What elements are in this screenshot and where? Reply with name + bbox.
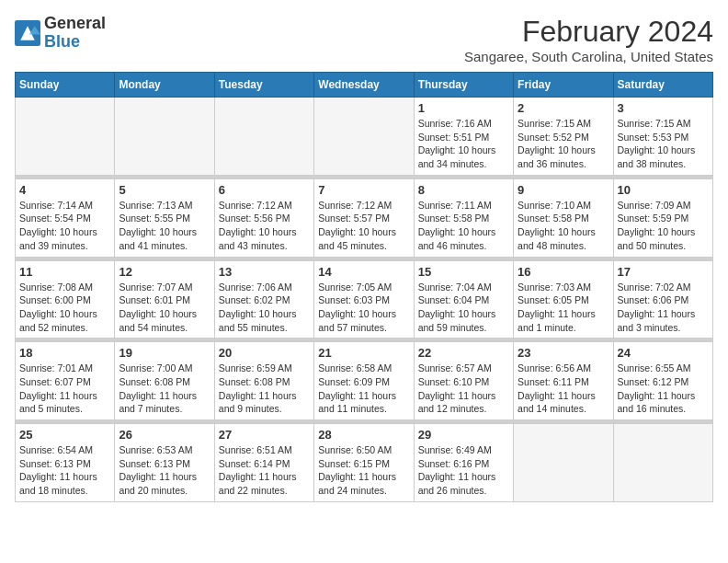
- day-info: Sunrise: 7:09 AM Sunset: 5:59 PM Dayligh…: [618, 199, 709, 253]
- calendar-cell: 16Sunrise: 7:03 AM Sunset: 6:05 PM Dayli…: [514, 260, 613, 339]
- day-info: Sunrise: 7:11 AM Sunset: 5:58 PM Dayligh…: [418, 199, 509, 253]
- calendar-cell: 20Sunrise: 6:59 AM Sunset: 6:08 PM Dayli…: [214, 342, 313, 420]
- calendar-cell: 6Sunrise: 7:12 AM Sunset: 5:56 PM Daylig…: [214, 178, 313, 257]
- calendar-cell: 1Sunrise: 7:16 AM Sunset: 5:51 PM Daylig…: [414, 98, 513, 176]
- calendar-cell: 5Sunrise: 7:13 AM Sunset: 5:55 PM Daylig…: [115, 178, 214, 257]
- month-title: February 2024: [464, 15, 713, 49]
- calendar-week-row: 1Sunrise: 7:16 AM Sunset: 5:51 PM Daylig…: [16, 98, 713, 176]
- calendar-cell: [613, 424, 712, 502]
- day-info: Sunrise: 7:13 AM Sunset: 5:55 PM Dayligh…: [119, 199, 210, 253]
- day-number: 24: [618, 346, 709, 360]
- day-number: 23: [518, 346, 609, 360]
- weekday-header-sunday: Sunday: [16, 73, 115, 98]
- day-number: 7: [318, 183, 409, 197]
- day-info: Sunrise: 7:15 AM Sunset: 5:52 PM Dayligh…: [518, 117, 609, 171]
- day-info: Sunrise: 6:56 AM Sunset: 6:11 PM Dayligh…: [518, 362, 609, 416]
- day-info: Sunrise: 7:14 AM Sunset: 5:54 PM Dayligh…: [19, 199, 110, 253]
- calendar-week-row: 18Sunrise: 7:01 AM Sunset: 6:07 PM Dayli…: [16, 342, 713, 420]
- calendar-cell: [214, 98, 313, 176]
- day-number: 19: [119, 346, 210, 360]
- calendar-cell: 7Sunrise: 7:12 AM Sunset: 5:57 PM Daylig…: [314, 178, 414, 257]
- day-info: Sunrise: 7:15 AM Sunset: 5:53 PM Dayligh…: [618, 117, 709, 171]
- day-number: 18: [19, 346, 110, 360]
- day-info: Sunrise: 6:53 AM Sunset: 6:13 PM Dayligh…: [119, 443, 210, 498]
- calendar-cell: 22Sunrise: 6:57 AM Sunset: 6:10 PM Dayli…: [414, 342, 513, 420]
- calendar-week-row: 11Sunrise: 7:08 AM Sunset: 6:00 PM Dayli…: [16, 260, 713, 339]
- day-info: Sunrise: 6:58 AM Sunset: 6:09 PM Dayligh…: [318, 362, 409, 416]
- day-number: 11: [19, 265, 110, 279]
- day-info: Sunrise: 7:02 AM Sunset: 6:06 PM Dayligh…: [618, 281, 709, 335]
- day-number: 5: [119, 183, 210, 197]
- calendar-cell: 11Sunrise: 7:08 AM Sunset: 6:00 PM Dayli…: [16, 260, 115, 339]
- calendar-cell: 3Sunrise: 7:15 AM Sunset: 5:53 PM Daylig…: [613, 98, 712, 176]
- day-number: 6: [219, 183, 310, 197]
- day-number: 10: [618, 183, 709, 197]
- day-number: 2: [518, 101, 609, 115]
- day-info: Sunrise: 7:07 AM Sunset: 6:01 PM Dayligh…: [119, 281, 210, 335]
- day-number: 3: [618, 101, 709, 115]
- calendar-cell: 13Sunrise: 7:06 AM Sunset: 6:02 PM Dayli…: [214, 260, 313, 339]
- calendar-cell: [514, 424, 613, 502]
- calendar-cell: 28Sunrise: 6:50 AM Sunset: 6:15 PM Dayli…: [314, 424, 414, 502]
- calendar: SundayMondayTuesdayWednesdayThursdayFrid…: [15, 72, 713, 502]
- day-info: Sunrise: 7:05 AM Sunset: 6:03 PM Dayligh…: [318, 281, 409, 335]
- day-number: 9: [518, 183, 609, 197]
- calendar-cell: [115, 98, 214, 176]
- day-number: 17: [618, 265, 709, 279]
- calendar-cell: 9Sunrise: 7:10 AM Sunset: 5:58 PM Daylig…: [514, 178, 613, 257]
- calendar-cell: 19Sunrise: 7:00 AM Sunset: 6:08 PM Dayli…: [115, 342, 214, 420]
- calendar-cell: 21Sunrise: 6:58 AM Sunset: 6:09 PM Dayli…: [314, 342, 414, 420]
- day-info: Sunrise: 7:16 AM Sunset: 5:51 PM Dayligh…: [418, 117, 509, 171]
- day-info: Sunrise: 7:04 AM Sunset: 6:04 PM Dayligh…: [418, 281, 509, 335]
- calendar-cell: 29Sunrise: 6:49 AM Sunset: 6:16 PM Dayli…: [414, 424, 513, 502]
- calendar-cell: [16, 98, 115, 176]
- logo-general: General: [44, 14, 106, 32]
- calendar-week-row: 25Sunrise: 6:54 AM Sunset: 6:13 PM Dayli…: [16, 424, 713, 502]
- weekday-header-saturday: Saturday: [613, 73, 712, 98]
- calendar-cell: 10Sunrise: 7:09 AM Sunset: 5:59 PM Dayli…: [613, 178, 712, 257]
- day-info: Sunrise: 7:00 AM Sunset: 6:08 PM Dayligh…: [119, 362, 210, 416]
- weekday-header-friday: Friday: [514, 73, 613, 98]
- calendar-cell: 23Sunrise: 6:56 AM Sunset: 6:11 PM Dayli…: [514, 342, 613, 420]
- day-info: Sunrise: 7:01 AM Sunset: 6:07 PM Dayligh…: [19, 362, 110, 416]
- calendar-cell: 2Sunrise: 7:15 AM Sunset: 5:52 PM Daylig…: [514, 98, 613, 176]
- day-info: Sunrise: 7:12 AM Sunset: 5:57 PM Dayligh…: [318, 199, 409, 253]
- calendar-cell: 25Sunrise: 6:54 AM Sunset: 6:13 PM Dayli…: [16, 424, 115, 502]
- calendar-cell: [314, 98, 414, 176]
- location-title: Sangaree, South Carolina, United States: [464, 49, 713, 64]
- calendar-week-row: 4Sunrise: 7:14 AM Sunset: 5:54 PM Daylig…: [16, 178, 713, 257]
- day-info: Sunrise: 6:59 AM Sunset: 6:08 PM Dayligh…: [219, 362, 310, 416]
- day-number: 27: [219, 428, 310, 442]
- logo-icon: [15, 20, 40, 46]
- calendar-cell: 18Sunrise: 7:01 AM Sunset: 6:07 PM Dayli…: [16, 342, 115, 420]
- day-number: 15: [418, 265, 509, 279]
- day-info: Sunrise: 7:03 AM Sunset: 6:05 PM Dayligh…: [518, 281, 609, 335]
- logo-text: General Blue: [44, 15, 106, 52]
- weekday-header-wednesday: Wednesday: [314, 73, 414, 98]
- calendar-cell: 24Sunrise: 6:55 AM Sunset: 6:12 PM Dayli…: [613, 342, 712, 420]
- day-number: 8: [418, 183, 509, 197]
- day-info: Sunrise: 7:08 AM Sunset: 6:00 PM Dayligh…: [19, 281, 110, 335]
- day-number: 13: [219, 265, 310, 279]
- day-number: 1: [418, 101, 509, 115]
- calendar-cell: 14Sunrise: 7:05 AM Sunset: 6:03 PM Dayli…: [314, 260, 414, 339]
- logo: General Blue: [15, 15, 106, 52]
- day-number: 20: [219, 346, 310, 360]
- day-number: 29: [418, 428, 509, 442]
- day-number: 22: [418, 346, 509, 360]
- header: General Blue February 2024 Sangaree, Sou…: [15, 15, 713, 64]
- day-info: Sunrise: 6:55 AM Sunset: 6:12 PM Dayligh…: [618, 362, 709, 416]
- calendar-cell: 17Sunrise: 7:02 AM Sunset: 6:06 PM Dayli…: [613, 260, 712, 339]
- day-info: Sunrise: 7:12 AM Sunset: 5:56 PM Dayligh…: [219, 199, 310, 253]
- calendar-cell: 4Sunrise: 7:14 AM Sunset: 5:54 PM Daylig…: [16, 178, 115, 257]
- day-number: 21: [318, 346, 409, 360]
- calendar-cell: 15Sunrise: 7:04 AM Sunset: 6:04 PM Dayli…: [414, 260, 513, 339]
- day-info: Sunrise: 6:51 AM Sunset: 6:14 PM Dayligh…: [219, 443, 310, 498]
- calendar-cell: 8Sunrise: 7:11 AM Sunset: 5:58 PM Daylig…: [414, 178, 513, 257]
- day-number: 4: [19, 183, 110, 197]
- calendar-cell: 26Sunrise: 6:53 AM Sunset: 6:13 PM Dayli…: [115, 424, 214, 502]
- day-number: 12: [119, 265, 210, 279]
- title-area: February 2024 Sangaree, South Carolina, …: [464, 15, 713, 64]
- weekday-header-monday: Monday: [115, 73, 214, 98]
- day-number: 25: [19, 428, 110, 442]
